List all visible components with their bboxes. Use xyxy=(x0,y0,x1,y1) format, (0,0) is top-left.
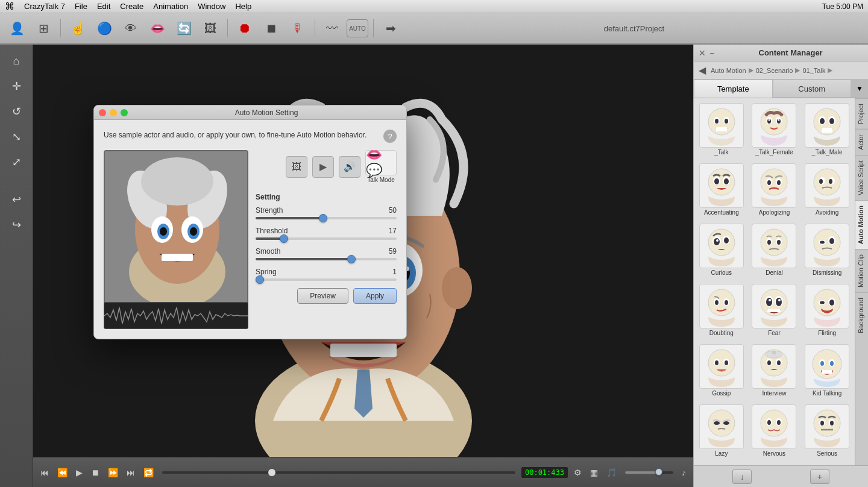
slider-strength-track[interactable] xyxy=(256,217,397,219)
grid-item-nervous[interactable]: Nervous xyxy=(749,402,800,460)
cm-add-btn[interactable]: + xyxy=(810,470,829,484)
tool-scale[interactable]: ⤡ xyxy=(5,125,28,148)
tool-home[interactable]: ⌂ xyxy=(5,49,28,72)
slider-smooth-thumb[interactable] xyxy=(347,255,356,263)
timeline-progress-bar[interactable] xyxy=(162,471,515,474)
toolbar-export-icon[interactable]: ➡ xyxy=(379,16,403,40)
toolbar-head-icon[interactable]: 🔵 xyxy=(92,16,116,40)
grid-item-talk-female[interactable]: _Talk_Female xyxy=(749,101,800,159)
timeline-settings[interactable]: ⚙ xyxy=(571,467,584,479)
timeline-audio[interactable]: 🎵 xyxy=(604,467,619,479)
grid-item-flirting[interactable]: Flirting xyxy=(802,281,852,339)
tool-expand[interactable]: ⤢ xyxy=(5,151,28,174)
menu-animation[interactable]: Animation xyxy=(153,2,188,11)
menu-edit[interactable]: Edit xyxy=(97,2,110,11)
tool-undo[interactable]: ↩ xyxy=(5,188,28,211)
menu-appname[interactable]: CrazyTalk 7 xyxy=(24,2,65,11)
toolbar-waveform-icon[interactable]: 〰 xyxy=(320,16,344,40)
breadcrumb-back-btn[interactable]: ◀ xyxy=(699,64,706,76)
cm-collapse-btn[interactable]: − xyxy=(709,48,714,58)
sidebar-tab-voice-script[interactable]: Voice Script xyxy=(855,155,868,200)
timeline-view[interactable]: ▦ xyxy=(588,467,600,479)
toolbar-stop-icon[interactable]: ⏹ xyxy=(259,16,283,40)
toolbar-person-icon[interactable]: 👤 xyxy=(5,16,29,40)
grid-item-doubting[interactable]: Doubting xyxy=(696,281,747,339)
grid-item-talk-male[interactable]: _Talk_Male xyxy=(802,101,852,159)
breadcrumb-talk[interactable]: 01_Talk xyxy=(802,67,825,74)
slider-smooth-track[interactable] xyxy=(256,258,397,260)
tab-custom[interactable]: Custom xyxy=(773,80,852,98)
toolbar-image-icon[interactable]: 🖼 xyxy=(198,16,222,40)
breadcrumb-scenario[interactable]: 02_Scenario xyxy=(756,67,793,74)
timeline-stop[interactable]: ⏹ xyxy=(89,467,102,479)
sidebar-tab-background[interactable]: Background xyxy=(855,292,868,338)
cm-download-btn[interactable]: ↓ xyxy=(732,470,752,484)
mode-icon-1[interactable]: 🖼 xyxy=(286,156,307,178)
sidebar-tab-motion-clip[interactable]: Motion Clip xyxy=(855,249,868,292)
dialog-help-btn[interactable]: ? xyxy=(383,130,397,143)
toolbar-mirror-icon[interactable]: 🔄 xyxy=(172,16,196,40)
toolbar-auto-btn[interactable]: AUTO xyxy=(347,19,368,37)
toolbar-eye-icon[interactable]: 👁 xyxy=(119,16,143,40)
toolbar-record-icon[interactable]: ⏺ xyxy=(233,16,257,40)
mode-icon-3[interactable]: 🔊 xyxy=(339,156,360,178)
slider-spring-thumb[interactable] xyxy=(256,275,264,284)
timeline-next-frame[interactable]: ⏩ xyxy=(105,467,121,479)
timeline-audio-bar[interactable] xyxy=(625,471,673,474)
tab-template[interactable]: Template xyxy=(694,80,773,98)
grid-item-accentuating[interactable]: Accentuating xyxy=(696,161,747,219)
tab-dropdown-btn[interactable]: ▼ xyxy=(851,80,868,98)
dialog-maximize-btn[interactable] xyxy=(121,109,128,116)
grid-item-denial[interactable]: Denial xyxy=(749,221,800,279)
dialog-minimize-btn[interactable] xyxy=(110,109,117,116)
grid-item-interview[interactable]: Interview xyxy=(749,342,800,400)
mode-icon-2[interactable]: ▶ xyxy=(312,156,334,178)
grid-item-avoiding[interactable]: Avoiding xyxy=(802,161,852,219)
grid-item-dismissing[interactable]: Dismissing xyxy=(802,221,852,279)
breadcrumb-auto-motion[interactable]: Auto Motion xyxy=(711,67,746,74)
tool-rotate[interactable]: ↺ xyxy=(5,100,28,123)
grid-item-curious[interactable]: Curious xyxy=(696,221,747,279)
svg-point-122 xyxy=(814,410,840,436)
menu-create[interactable]: Create xyxy=(120,2,143,11)
toolbar-audio-icon[interactable]: 🎙 xyxy=(286,16,310,40)
toolbar-lips-icon[interactable]: 👄 xyxy=(145,16,169,40)
grid-item-apologizing[interactable]: Apologizing xyxy=(749,161,800,219)
timeline-loop[interactable]: 🔁 xyxy=(141,467,156,479)
preview-button[interactable]: Preview xyxy=(297,288,348,304)
slider-threshold-track[interactable] xyxy=(256,237,397,240)
grid-item-doubting-label: Doubting xyxy=(709,330,734,337)
timeline-next-end[interactable]: ⏭ xyxy=(124,467,137,479)
grid-item-fear[interactable]: Fear xyxy=(749,281,800,339)
sidebar-tab-auto-motion[interactable]: Auto Motion xyxy=(855,200,868,249)
grid-item-serious[interactable]: Serious xyxy=(802,402,852,460)
timeline-prev-end[interactable]: ⏮ xyxy=(38,467,51,479)
timeline-play[interactable]: ▶ xyxy=(74,467,85,479)
timeline-prev-frame[interactable]: ⏪ xyxy=(55,467,70,479)
apple-menu[interactable]: ⌘ xyxy=(5,1,14,12)
toolbar-gesture-icon[interactable]: ☝️ xyxy=(66,16,90,40)
grid-item-talk[interactable]: _Talk xyxy=(696,101,747,159)
timeline-position-thumb[interactable] xyxy=(268,469,275,476)
timeline-volume-thumb[interactable] xyxy=(655,468,662,476)
tool-redo[interactable]: ↪ xyxy=(5,213,28,236)
slider-spring-track[interactable] xyxy=(256,278,397,281)
grid-item-gossip[interactable]: Gossip xyxy=(696,342,747,400)
talk-mode-button[interactable]: 👄💬 Talk Mode xyxy=(365,150,397,183)
sidebar-tab-project[interactable]: Project xyxy=(855,98,868,129)
menu-file[interactable]: File xyxy=(75,2,87,11)
menu-help[interactable]: Help xyxy=(235,2,251,11)
grid-item-kid-talking[interactable]: Kid Talking xyxy=(802,342,852,400)
toolbar-grid-icon[interactable]: ⊞ xyxy=(31,16,55,40)
dialog-close-btn[interactable] xyxy=(99,109,106,116)
cm-close-btn[interactable]: ✕ xyxy=(699,48,706,58)
sidebar-tab-actor[interactable]: Actor xyxy=(855,129,868,155)
slider-threshold-thumb[interactable] xyxy=(280,234,288,243)
tool-move[interactable]: ✛ xyxy=(5,75,28,98)
slider-strength-thumb[interactable] xyxy=(319,214,327,222)
timeline-note[interactable]: ♪ xyxy=(679,467,688,479)
menu-window[interactable]: Window xyxy=(198,2,225,11)
apply-button[interactable]: Apply xyxy=(353,288,397,304)
content-grid: _Talk _Talk_Female _Talk_Male xyxy=(694,98,855,465)
grid-item-lazy[interactable]: Lazy xyxy=(696,402,747,460)
